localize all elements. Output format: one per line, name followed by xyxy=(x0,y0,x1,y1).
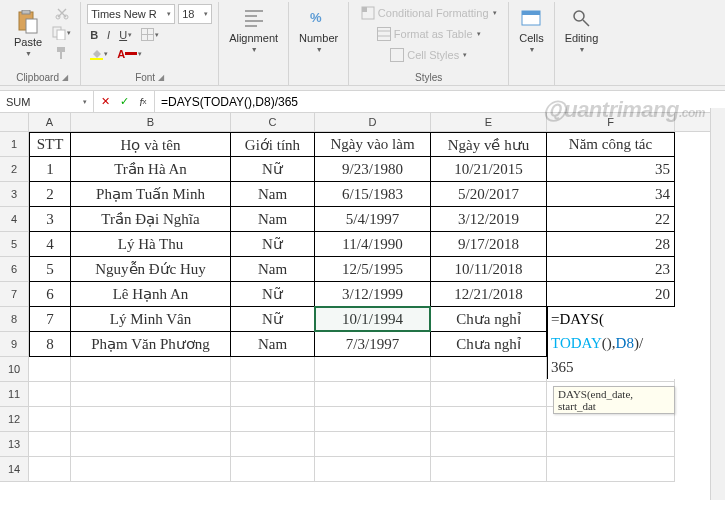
cell[interactable]: 20 xyxy=(547,282,675,307)
row-header-4[interactable]: 4 xyxy=(0,207,29,232)
bold-button[interactable]: B xyxy=(87,27,101,43)
cell[interactable]: Lê Hạnh An xyxy=(71,282,231,307)
row-header-10[interactable]: 10 xyxy=(0,357,29,382)
cell[interactable]: 3/12/2019 xyxy=(431,207,547,232)
cell[interactable] xyxy=(431,382,547,407)
editing-button[interactable]: Editing ▼ xyxy=(561,4,603,55)
cell[interactable]: Họ và tên xyxy=(71,132,231,157)
cell[interactable]: 8 xyxy=(29,332,71,357)
cell-styles-button[interactable]: Cell Styles▾ xyxy=(355,46,502,64)
cell[interactable]: 28 xyxy=(547,232,675,257)
cell[interactable]: Lý Minh Vân xyxy=(71,307,231,332)
cell[interactable]: Chưa nghỉ xyxy=(431,332,547,357)
cell[interactable]: 12/21/2018 xyxy=(431,282,547,307)
cell[interactable] xyxy=(431,407,547,432)
conditional-formatting-button[interactable]: Conditional Formatting▾ xyxy=(355,4,502,22)
cell[interactable]: 11/4/1990 xyxy=(315,232,431,257)
paste-button[interactable]: Paste ▼ xyxy=(10,8,46,59)
cell[interactable] xyxy=(29,357,71,382)
copy-button[interactable]: ▾ xyxy=(49,24,74,42)
cell[interactable] xyxy=(431,357,547,382)
cells-button[interactable]: Cells ▼ xyxy=(515,4,547,55)
column-header-B[interactable]: B xyxy=(71,113,231,131)
cell[interactable] xyxy=(29,382,71,407)
cell-grid[interactable]: STTHọ và tênGiới tínhNgày vào làmNgày về… xyxy=(29,132,675,482)
row-header-2[interactable]: 2 xyxy=(0,157,29,182)
cell[interactable] xyxy=(71,357,231,382)
cell[interactable]: 3/12/1999 xyxy=(315,282,431,307)
cell[interactable]: Nam xyxy=(231,182,315,207)
cell[interactable] xyxy=(231,457,315,482)
column-header-F[interactable]: F xyxy=(547,113,675,131)
cell[interactable] xyxy=(71,457,231,482)
cell[interactable] xyxy=(431,432,547,457)
borders-button[interactable]: ▾ xyxy=(138,26,162,43)
cell[interactable]: 6 xyxy=(29,282,71,307)
underline-button[interactable]: U▾ xyxy=(116,27,135,43)
cell[interactable]: 5/20/2017 xyxy=(431,182,547,207)
cell[interactable] xyxy=(315,407,431,432)
font-name-combo[interactable]: Times New R▾ xyxy=(87,4,175,24)
font-size-combo[interactable]: 18▾ xyxy=(178,4,212,24)
formula-edit-overlay[interactable]: =DAYS(TODAY(),D8)/365 xyxy=(547,307,675,379)
cell[interactable]: Nam xyxy=(231,332,315,357)
cell[interactable]: 1 xyxy=(29,157,71,182)
cell[interactable] xyxy=(547,457,675,482)
cell[interactable] xyxy=(71,432,231,457)
italic-button[interactable]: I xyxy=(104,27,113,43)
fill-color-button[interactable]: ▾ xyxy=(87,45,111,62)
alignment-button[interactable]: Alignment ▼ xyxy=(225,4,282,55)
cell[interactable]: Nam xyxy=(231,207,315,232)
cell[interactable]: 6/15/1983 xyxy=(315,182,431,207)
cut-button[interactable] xyxy=(49,4,74,22)
cell[interactable] xyxy=(315,357,431,382)
row-header-11[interactable]: 11 xyxy=(0,382,29,407)
column-header-C[interactable]: C xyxy=(231,113,315,131)
number-button[interactable]: % Number ▼ xyxy=(295,4,342,55)
font-color-button[interactable]: A▾ xyxy=(114,46,145,62)
column-header-E[interactable]: E xyxy=(431,113,547,131)
row-header-6[interactable]: 6 xyxy=(0,257,29,282)
cell[interactable] xyxy=(547,432,675,457)
row-header-8[interactable]: 8 xyxy=(0,307,29,332)
cell[interactable] xyxy=(431,457,547,482)
cell[interactable]: Phạm Văn Phương xyxy=(71,332,231,357)
cell[interactable]: Chưa nghỉ xyxy=(431,307,547,332)
insert-function-button[interactable]: fx xyxy=(135,94,151,110)
cell[interactable]: 7 xyxy=(29,307,71,332)
cell[interactable]: Giới tính xyxy=(231,132,315,157)
cell[interactable]: 9/23/1980 xyxy=(315,157,431,182)
dialog-launcher-icon[interactable]: ◢ xyxy=(62,73,68,82)
row-header-5[interactable]: 5 xyxy=(0,232,29,257)
cell[interactable]: Năm công tác xyxy=(547,132,675,157)
cell[interactable]: 7/3/1997 xyxy=(315,332,431,357)
row-header-14[interactable]: 14 xyxy=(0,457,29,482)
formula-input[interactable]: =DAYS(TODAY(),D8)/365 xyxy=(155,91,725,112)
cell[interactable] xyxy=(71,382,231,407)
cell[interactable]: 23 xyxy=(547,257,675,282)
row-header-9[interactable]: 9 xyxy=(0,332,29,357)
cell[interactable] xyxy=(29,432,71,457)
row-header-12[interactable]: 12 xyxy=(0,407,29,432)
enter-formula-button[interactable]: ✓ xyxy=(116,94,132,110)
cell[interactable]: 10/1/1994 xyxy=(315,307,431,332)
cell[interactable]: Nam xyxy=(231,257,315,282)
select-all-corner[interactable] xyxy=(0,113,29,131)
cell[interactable]: Ngày vào làm xyxy=(315,132,431,157)
cell[interactable]: Nữ xyxy=(231,307,315,332)
cell[interactable]: Phạm Tuấn Minh xyxy=(71,182,231,207)
cancel-formula-button[interactable]: ✕ xyxy=(97,94,113,110)
cell[interactable]: STT xyxy=(29,132,71,157)
cell[interactable]: 2 xyxy=(29,182,71,207)
cell[interactable]: 12/5/1995 xyxy=(315,257,431,282)
cell[interactable] xyxy=(231,357,315,382)
cell[interactable]: Nguyễn Đức Huy xyxy=(71,257,231,282)
cell[interactable]: 3 xyxy=(29,207,71,232)
cell[interactable]: 34 xyxy=(547,182,675,207)
cell[interactable]: 5/4/1997 xyxy=(315,207,431,232)
cell[interactable]: 10/11/2018 xyxy=(431,257,547,282)
row-header-1[interactable]: 1 xyxy=(0,132,29,157)
cell[interactable] xyxy=(231,407,315,432)
cell[interactable]: 22 xyxy=(547,207,675,232)
cell[interactable]: 35 xyxy=(547,157,675,182)
